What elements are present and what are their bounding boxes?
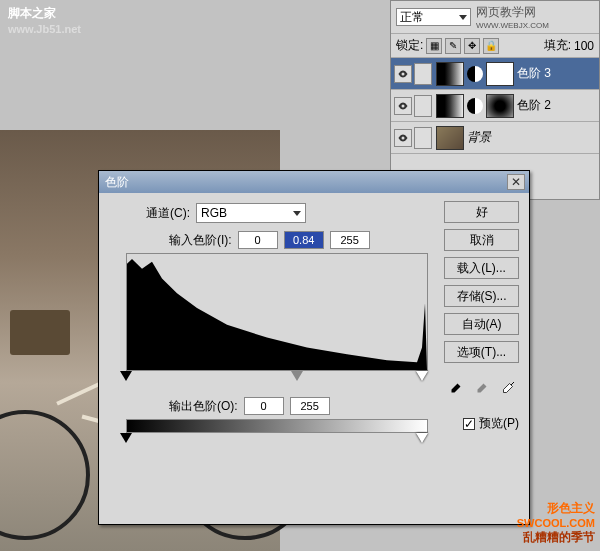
histogram-shape — [127, 254, 427, 370]
panel-logo: 网页教学网 WWW.WEBJX.COM — [476, 4, 594, 30]
watermark-bottom: 形色主义 SWCOOL.COM 乱糟糟的季节 — [517, 500, 595, 546]
channel-value: RGB — [201, 206, 227, 220]
histogram-display — [126, 253, 428, 371]
channel-label: 通道(C): — [146, 205, 190, 222]
output-gradient-bar — [126, 419, 428, 433]
layers-lock-row: 锁定: ▦ ✎ ✥ 🔒 填充: 100 — [391, 34, 599, 58]
dialog-title: 色阶 — [103, 174, 507, 191]
eye-icon — [397, 132, 409, 144]
lock-move-icon[interactable]: ✥ — [464, 38, 480, 54]
ok-button[interactable]: 好 — [444, 201, 519, 223]
output-slider-track[interactable] — [126, 433, 428, 447]
link-box[interactable] — [414, 127, 432, 149]
black-eyedropper-icon[interactable] — [447, 379, 465, 397]
preview-label: 预览(P) — [479, 415, 519, 432]
eyedropper-row — [444, 379, 519, 397]
wm2-line3: 乱糟糟的季节 — [517, 529, 595, 546]
visibility-toggle[interactable] — [394, 97, 412, 115]
preview-row: ✓ 预览(P) — [444, 415, 519, 432]
black-point-slider[interactable] — [120, 371, 132, 381]
check-icon: ✓ — [464, 417, 474, 431]
visibility-toggle[interactable] — [394, 65, 412, 83]
layer-item-levels2[interactable]: 色阶 2 — [391, 90, 599, 122]
input-slider-track[interactable] — [126, 371, 428, 385]
auto-button[interactable]: 自动(A) — [444, 313, 519, 335]
close-button[interactable]: ✕ — [507, 174, 525, 190]
dialog-button-column: 好 取消 载入(L)... 存储(S)... 自动(A) 选项(T)... ✓ … — [444, 201, 519, 432]
link-box[interactable] — [414, 95, 432, 117]
wm2-line2: SWCOOL.COM — [517, 517, 595, 529]
watermark-top: 脚本之家 www.Jb51.net — [8, 5, 81, 37]
save-button[interactable]: 存储(S)... — [444, 285, 519, 307]
output-white-slider[interactable] — [416, 433, 428, 443]
link-box[interactable] — [414, 63, 432, 85]
lock-transparency-icon[interactable]: ▦ — [426, 38, 442, 54]
fill-value: 100 — [574, 39, 594, 53]
layer-mask-thumbnail — [486, 94, 514, 118]
load-button[interactable]: 载入(L)... — [444, 257, 519, 279]
dialog-titlebar[interactable]: 色阶 ✕ — [99, 171, 529, 193]
layer-name: 色阶 3 — [517, 65, 551, 82]
eye-icon — [397, 100, 409, 112]
chevron-down-icon — [293, 211, 301, 216]
output-black-field[interactable]: 0 — [244, 397, 284, 415]
photo-bike-wheel — [0, 410, 90, 540]
white-eyedropper-icon[interactable] — [499, 379, 517, 397]
layer-item-background[interactable]: 背景 — [391, 122, 599, 154]
gray-eyedropper-icon[interactable] — [473, 379, 491, 397]
blend-mode-value: 正常 — [400, 9, 424, 26]
photo-basket — [10, 310, 70, 355]
visibility-toggle[interactable] — [394, 129, 412, 147]
preview-checkbox[interactable]: ✓ — [463, 418, 475, 430]
input-black-field[interactable]: 0 — [238, 231, 278, 249]
cancel-button[interactable]: 取消 — [444, 229, 519, 251]
blend-mode-select[interactable]: 正常 — [396, 8, 471, 26]
adjustment-icon — [467, 66, 483, 82]
wm2-line1: 形色主义 — [517, 500, 595, 517]
fill-label: 填充: — [544, 37, 571, 54]
output-black-slider[interactable] — [120, 433, 132, 443]
layer-thumbnail — [436, 94, 464, 118]
watermark-title: 脚本之家 — [8, 5, 81, 22]
layer-name: 背景 — [467, 129, 491, 146]
input-white-field[interactable]: 255 — [330, 231, 370, 249]
lock-all-icon[interactable]: 🔒 — [483, 38, 499, 54]
close-icon: ✕ — [511, 175, 521, 189]
layers-blend-row: 正常 网页教学网 WWW.WEBJX.COM — [391, 1, 599, 34]
chevron-down-icon — [459, 15, 467, 20]
adjustment-icon — [467, 98, 483, 114]
options-button[interactable]: 选项(T)... — [444, 341, 519, 363]
lock-brush-icon[interactable]: ✎ — [445, 38, 461, 54]
levels-dialog: 色阶 ✕ 通道(C): RGB 输入色阶(I): 0 0.84 255 — [98, 170, 530, 525]
white-point-slider[interactable] — [416, 371, 428, 381]
dialog-body: 通道(C): RGB 输入色阶(I): 0 0.84 255 输出色阶(O): … — [99, 193, 529, 526]
input-gamma-field[interactable]: 0.84 — [284, 231, 324, 249]
layer-thumbnail — [436, 62, 464, 86]
output-levels-label: 输出色阶(O): — [169, 398, 238, 415]
eye-icon — [397, 68, 409, 80]
input-levels-label: 输入色阶(I): — [169, 232, 232, 249]
layer-name: 色阶 2 — [517, 97, 551, 114]
layer-mask-thumbnail — [486, 62, 514, 86]
channel-select[interactable]: RGB — [196, 203, 306, 223]
layer-item-levels3[interactable]: 色阶 3 — [391, 58, 599, 90]
lock-label: 锁定: — [396, 37, 423, 54]
watermark-url: www.Jb51.net — [8, 22, 81, 37]
output-white-field[interactable]: 255 — [290, 397, 330, 415]
gamma-slider[interactable] — [291, 371, 303, 381]
layer-thumbnail — [436, 126, 464, 150]
